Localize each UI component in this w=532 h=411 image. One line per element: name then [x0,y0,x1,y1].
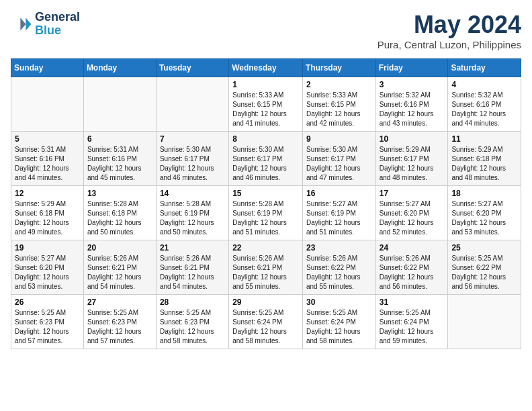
day-number: 4 [451,80,517,89]
calendar-cell: 19Sunrise: 5:27 AM Sunset: 6:20 PM Dayli… [11,240,84,295]
calendar-cell: 8Sunrise: 5:30 AM Sunset: 6:17 PM Daylig… [229,132,303,186]
day-info: Sunrise: 5:29 AM Sunset: 6:18 PM Dayligh… [451,145,517,183]
day-number: 2 [306,80,372,89]
day-info: Sunrise: 5:27 AM Sunset: 6:20 PM Dayligh… [451,199,517,237]
day-info: Sunrise: 5:27 AM Sunset: 6:20 PM Dayligh… [15,254,80,291]
day-number: 5 [15,134,80,144]
calendar-cell: 12Sunrise: 5:29 AM Sunset: 6:18 PM Dayli… [11,186,84,240]
week-row-5: 26Sunrise: 5:25 AM Sunset: 6:23 PM Dayli… [11,295,521,349]
title-block: May 2024 Pura, Central Luzon, Philippine… [378,11,521,50]
day-number: 29 [232,298,299,307]
calendar-table: SundayMondayTuesdayWednesdayThursdayFrid… [11,58,521,349]
day-number: 16 [306,189,372,198]
day-info: Sunrise: 5:26 AM Sunset: 6:22 PM Dayligh… [306,254,372,291]
calendar-cell: 5Sunrise: 5:31 AM Sunset: 6:16 PM Daylig… [11,132,84,186]
calendar-cell [11,77,84,132]
day-number: 6 [87,134,152,144]
day-info: Sunrise: 5:29 AM Sunset: 6:17 PM Dayligh… [380,145,445,183]
calendar-cell [448,295,521,349]
day-info: Sunrise: 5:26 AM Sunset: 6:21 PM Dayligh… [160,254,225,291]
day-number: 18 [451,189,517,198]
calendar-cell: 31Sunrise: 5:25 AM Sunset: 6:24 PM Dayli… [375,295,448,349]
calendar-cell: 11Sunrise: 5:29 AM Sunset: 6:18 PM Dayli… [448,132,521,186]
day-header-monday: Monday [83,59,156,77]
day-info: Sunrise: 5:27 AM Sunset: 6:20 PM Dayligh… [380,199,445,237]
calendar-cell: 26Sunrise: 5:25 AM Sunset: 6:23 PM Dayli… [11,295,84,349]
week-row-2: 5Sunrise: 5:31 AM Sunset: 6:16 PM Daylig… [11,132,521,186]
day-number: 15 [232,189,299,198]
day-info: Sunrise: 5:25 AM Sunset: 6:23 PM Dayligh… [87,308,152,346]
day-number: 28 [160,298,225,307]
day-header-thursday: Thursday [302,59,375,77]
day-number: 14 [160,189,225,198]
day-info: Sunrise: 5:29 AM Sunset: 6:18 PM Dayligh… [15,199,80,237]
calendar-cell: 2Sunrise: 5:33 AM Sunset: 6:15 PM Daylig… [302,77,375,132]
calendar-cell: 14Sunrise: 5:28 AM Sunset: 6:19 PM Dayli… [156,186,228,240]
day-number: 19 [15,243,80,253]
day-number: 7 [160,134,225,144]
day-number: 23 [306,243,372,253]
day-number: 20 [87,243,152,253]
day-info: Sunrise: 5:30 AM Sunset: 6:17 PM Dayligh… [160,145,225,183]
day-number: 25 [451,243,517,253]
day-info: Sunrise: 5:25 AM Sunset: 6:23 PM Dayligh… [15,308,80,346]
page-header: General Blue May 2024 Pura, Central Luzo… [11,11,521,50]
calendar-cell: 7Sunrise: 5:30 AM Sunset: 6:17 PM Daylig… [156,132,228,186]
day-number: 30 [306,298,372,307]
day-info: Sunrise: 5:32 AM Sunset: 6:16 PM Dayligh… [451,91,517,128]
calendar-cell: 23Sunrise: 5:26 AM Sunset: 6:22 PM Dayli… [302,240,375,295]
day-number: 24 [380,243,445,253]
day-number: 26 [15,298,80,307]
calendar-cell: 24Sunrise: 5:26 AM Sunset: 6:22 PM Dayli… [375,240,448,295]
day-info: Sunrise: 5:25 AM Sunset: 6:24 PM Dayligh… [232,308,299,346]
day-number: 9 [306,134,372,144]
month-title: May 2024 [378,11,521,39]
day-header-saturday: Saturday [448,59,521,77]
day-info: Sunrise: 5:31 AM Sunset: 6:16 PM Dayligh… [87,145,152,183]
day-number: 11 [451,134,517,144]
day-header-sunday: Sunday [11,59,84,77]
week-row-1: 1Sunrise: 5:33 AM Sunset: 6:15 PM Daylig… [11,77,521,132]
day-number: 3 [380,80,445,89]
location-subtitle: Pura, Central Luzon, Philippines [378,39,521,50]
calendar-cell: 18Sunrise: 5:27 AM Sunset: 6:20 PM Dayli… [448,186,521,240]
day-number: 13 [87,189,152,198]
day-info: Sunrise: 5:27 AM Sunset: 6:19 PM Dayligh… [306,199,372,237]
calendar-cell: 10Sunrise: 5:29 AM Sunset: 6:17 PM Dayli… [375,132,448,186]
logo-text: General Blue [35,11,80,38]
day-number: 27 [87,298,152,307]
day-info: Sunrise: 5:28 AM Sunset: 6:19 PM Dayligh… [160,199,225,237]
calendar-cell: 16Sunrise: 5:27 AM Sunset: 6:19 PM Dayli… [302,186,375,240]
calendar-cell: 13Sunrise: 5:28 AM Sunset: 6:18 PM Dayli… [83,186,156,240]
day-number: 21 [160,243,225,253]
day-info: Sunrise: 5:33 AM Sunset: 6:15 PM Dayligh… [306,91,372,128]
day-number: 8 [232,134,299,144]
calendar-cell: 27Sunrise: 5:25 AM Sunset: 6:23 PM Dayli… [83,295,156,349]
day-info: Sunrise: 5:26 AM Sunset: 6:21 PM Dayligh… [87,254,152,291]
day-info: Sunrise: 5:26 AM Sunset: 6:21 PM Dayligh… [232,254,299,291]
calendar-cell: 4Sunrise: 5:32 AM Sunset: 6:16 PM Daylig… [448,77,521,132]
calendar-cell [83,77,156,132]
calendar-cell: 22Sunrise: 5:26 AM Sunset: 6:21 PM Dayli… [229,240,303,295]
calendar-cell: 28Sunrise: 5:25 AM Sunset: 6:23 PM Dayli… [156,295,228,349]
logo-icon [11,13,32,35]
week-row-3: 12Sunrise: 5:29 AM Sunset: 6:18 PM Dayli… [11,186,521,240]
calendar-cell [156,77,228,132]
day-info: Sunrise: 5:30 AM Sunset: 6:17 PM Dayligh… [232,145,299,183]
day-number: 22 [232,243,299,253]
day-info: Sunrise: 5:33 AM Sunset: 6:15 PM Dayligh… [232,91,299,128]
day-info: Sunrise: 5:25 AM Sunset: 6:23 PM Dayligh… [160,308,225,346]
calendar-cell: 20Sunrise: 5:26 AM Sunset: 6:21 PM Dayli… [83,240,156,295]
day-number: 10 [380,134,445,144]
day-info: Sunrise: 5:32 AM Sunset: 6:16 PM Dayligh… [380,91,445,128]
calendar-cell: 29Sunrise: 5:25 AM Sunset: 6:24 PM Dayli… [229,295,303,349]
calendar-cell: 3Sunrise: 5:32 AM Sunset: 6:16 PM Daylig… [375,77,448,132]
calendar-cell: 6Sunrise: 5:31 AM Sunset: 6:16 PM Daylig… [83,132,156,186]
calendar-cell: 25Sunrise: 5:25 AM Sunset: 6:22 PM Dayli… [448,240,521,295]
day-info: Sunrise: 5:25 AM Sunset: 6:22 PM Dayligh… [451,254,517,291]
day-info: Sunrise: 5:30 AM Sunset: 6:17 PM Dayligh… [306,145,372,183]
day-info: Sunrise: 5:28 AM Sunset: 6:18 PM Dayligh… [87,199,152,237]
day-number: 12 [15,189,80,198]
day-info: Sunrise: 5:31 AM Sunset: 6:16 PM Dayligh… [15,145,80,183]
day-number: 31 [380,298,445,307]
